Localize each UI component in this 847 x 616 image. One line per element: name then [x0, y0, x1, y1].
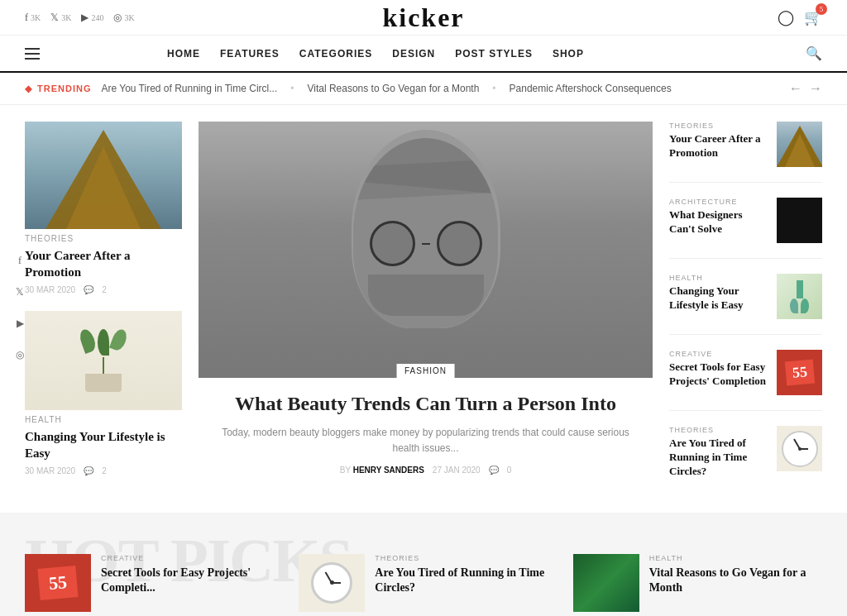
left-column: THEORIES Your Career After a Promotion 3…: [25, 122, 182, 488]
right-article-2: ARCHITECTURE What Designers Can't Solve: [669, 198, 822, 243]
social-youtube[interactable]: ▶ 240: [81, 12, 103, 24]
hamburger-line-1: [25, 48, 40, 50]
nav-bar: HOME FEATURES CATEGORIES DESIGN POST STY…: [0, 36, 847, 73]
trending-item-3[interactable]: Pandemic Aftershock Consequences: [510, 83, 672, 94]
trending-arrow-icon: ◆: [25, 84, 32, 94]
search-icon[interactable]: 🔍: [806, 45, 822, 61]
center-column: FASHION What Beauty Trends Can Turn a Pe…: [199, 122, 653, 488]
left-article-2-title[interactable]: Changing Your Lifestyle is Easy: [25, 429, 182, 461]
right-article-1-image[interactable]: [777, 122, 822, 167]
featured-category-badge: FASHION: [396, 364, 455, 378]
left-article-1-image[interactable]: [25, 122, 182, 229]
left-article-2: HEALTH Changing Your Lifestyle is Easy 3…: [25, 311, 182, 475]
trending-next-button[interactable]: →: [809, 81, 822, 96]
left-article-1-comments: 2: [102, 285, 107, 294]
featured-content: What Beauty Trends Can Turn a Person Int…: [199, 378, 653, 488]
right-article-4-title[interactable]: Secret Tools for Easy Projects' Completi…: [669, 361, 768, 389]
trending-item-1[interactable]: Are You Tired of Running in Time Circl..…: [101, 83, 277, 94]
trending-label: ◆ TRENDING: [25, 84, 91, 94]
right-article-2-image[interactable]: [777, 198, 822, 243]
bottom-card-3-image[interactable]: [573, 554, 639, 612]
right-article-2-category: ARCHITECTURE: [669, 198, 768, 206]
left-article-2-category: HEALTH: [25, 415, 182, 424]
right-article-4-content: CREATIVE Secret Tools for Easy Projects'…: [669, 350, 768, 389]
hamburger-line-2: [25, 53, 40, 55]
right-column: THEORIES Your Career After a Promotion A…: [669, 122, 822, 488]
trending-dot-1: •: [290, 83, 294, 94]
bottom-card-3: HEALTH Vital Reasons to Go Vegan for a M…: [573, 554, 822, 612]
trending-text: TRENDING: [37, 84, 91, 93]
right-article-3-image[interactable]: [777, 274, 822, 319]
hamburger-menu[interactable]: [25, 48, 40, 60]
featured-image[interactable]: FASHION: [199, 122, 653, 378]
bottom-card-3-category: HEALTH: [649, 554, 822, 562]
bottom-card-2-title[interactable]: Are You Tired of Running in Time Circles…: [375, 566, 548, 595]
nav-categories[interactable]: CATEGORIES: [299, 48, 372, 60]
top-bar: f 3K 𝕏 3K ▶ 240 ◎ 3K kicker ◯ 🛒 5: [0, 0, 847, 36]
bottom-card-3-content: HEALTH Vital Reasons to Go Vegan for a M…: [649, 554, 822, 595]
featured-category-text: FASHION: [404, 366, 447, 375]
featured-comments: 0: [507, 466, 512, 475]
comment-icon-2: 💬: [84, 466, 93, 475]
left-article-1: THEORIES Your Career After a Promotion 3…: [25, 122, 182, 294]
cart-badge: 5: [816, 3, 827, 15]
featured-date: 27 JAN 2020: [433, 466, 481, 475]
left-article-1-date: 30 MAR 2020: [25, 285, 75, 294]
right-article-5-title[interactable]: Are You Tired of Running in Time Circles…: [669, 437, 768, 479]
bottom-card-2-image[interactable]: [299, 554, 365, 612]
user-icon[interactable]: ◯: [778, 8, 794, 26]
bottom-card-1-image[interactable]: 55: [25, 554, 91, 612]
trending-dot-2: •: [492, 83, 495, 94]
nav-home[interactable]: HOME: [167, 48, 200, 60]
social-instagram[interactable]: ◎ 3K: [113, 12, 134, 24]
featured-excerpt: Today, modern beauty bloggers make money…: [215, 425, 636, 456]
instagram-count: 3K: [124, 13, 134, 22]
float-twitter[interactable]: 𝕏: [8, 281, 31, 304]
right-article-5: THEORIES Are You Tired of Running in Tim…: [669, 426, 822, 479]
trending-bar: ◆ TRENDING Are You Tired of Running in T…: [0, 73, 847, 105]
right-article-1-title[interactable]: Your Career After a Promotion: [669, 132, 768, 160]
nav-design[interactable]: DESIGN: [392, 48, 435, 60]
right-article-2-title[interactable]: What Designers Can't Solve: [669, 208, 768, 236]
left-article-1-category: THEORIES: [25, 234, 182, 243]
left-article-2-image[interactable]: [25, 311, 182, 410]
left-article-2-comments: 2: [102, 466, 107, 475]
nav-features[interactable]: FEATURES: [220, 48, 280, 60]
float-facebook[interactable]: f: [8, 250, 31, 273]
comment-icon-1: 💬: [84, 285, 93, 294]
trending-item-2[interactable]: Vital Reasons to Go Vegan for a Month: [307, 83, 479, 94]
bottom-section: HOT PICKS 55 CREATIVE Secret Tools for E…: [0, 513, 847, 616]
trending-prev-button[interactable]: ←: [789, 81, 802, 96]
right-article-4-category: CREATIVE: [669, 350, 768, 358]
nav-shop[interactable]: SHOP: [553, 48, 584, 60]
float-youtube[interactable]: ▶: [8, 313, 31, 336]
nav-links: HOME FEATURES CATEGORIES DESIGN POST STY…: [167, 48, 584, 60]
social-twitter[interactable]: 𝕏 3K: [50, 12, 71, 24]
right-article-3-content: HEALTH Changing Your Lifestyle is Easy: [669, 274, 768, 313]
top-right-actions: ◯ 🛒 5: [778, 8, 822, 26]
cart-icon[interactable]: 🛒 5: [804, 8, 822, 26]
site-logo[interactable]: kicker: [382, 2, 464, 33]
nav-post-styles[interactable]: POST STYLES: [455, 48, 533, 60]
right-article-1-category: THEORIES: [669, 122, 768, 130]
bottom-wrapper: HOT PICKS 55 CREATIVE Secret Tools for E…: [25, 537, 822, 612]
twitter-icon: 𝕏: [50, 12, 59, 24]
social-facebook[interactable]: f 3K: [25, 12, 41, 24]
featured-author-label: BY HENRY SANDERS: [340, 466, 424, 475]
right-article-3-category: HEALTH: [669, 274, 768, 282]
right-article-5-image[interactable]: [777, 426, 822, 471]
left-article-1-title[interactable]: Your Career After a Promotion: [25, 248, 182, 280]
youtube-count: 240: [91, 13, 103, 22]
social-links: f 3K 𝕏 3K ▶ 240 ◎ 3K: [25, 12, 135, 24]
bottom-card-2-content: THEORIES Are You Tired of Running in Tim…: [375, 554, 548, 595]
featured-author-name: HENRY SANDERS: [353, 466, 424, 475]
float-instagram[interactable]: ◎: [8, 344, 31, 367]
trending-nav: ← →: [789, 81, 822, 96]
right-article-4-image[interactable]: 55: [777, 350, 822, 395]
featured-title[interactable]: What Beauty Trends Can Turn a Person Int…: [215, 391, 636, 417]
bottom-card-1-title[interactable]: Secret Tools for Easy Projects' Completi…: [101, 566, 274, 595]
bottom-card-1-content: CREATIVE Secret Tools for Easy Projects'…: [101, 554, 274, 595]
right-article-3-title[interactable]: Changing Your Lifestyle is Easy: [669, 284, 768, 313]
featured-comment-icon: 💬: [489, 466, 499, 475]
bottom-card-3-title[interactable]: Vital Reasons to Go Vegan for a Month: [649, 566, 822, 595]
